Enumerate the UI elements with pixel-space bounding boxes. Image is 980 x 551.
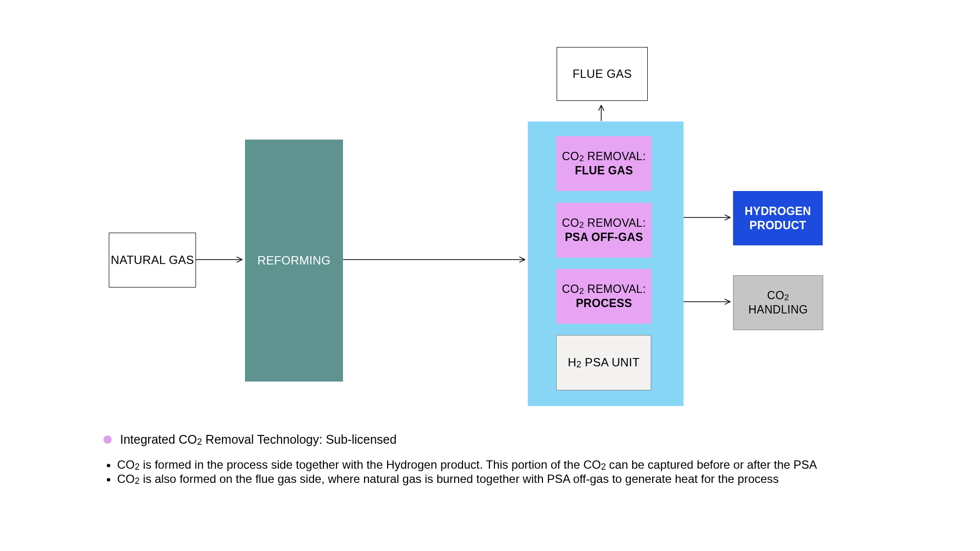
label-co2-removal-fluegas-l2: FLUE GAS xyxy=(575,164,633,178)
label-co2-removal-process-l2: PROCESS xyxy=(576,296,632,311)
label-co2-removal-fluegas-l1: CO2 REMOVAL: xyxy=(562,149,646,164)
notes: CO2 is formed in the process side togeth… xyxy=(103,458,912,486)
legend-dot-icon xyxy=(103,435,112,444)
label-hydrogen-l1: HYDROGEN xyxy=(745,204,811,218)
label-natural-gas: NATURAL GAS xyxy=(111,253,194,267)
label-flue-gas: FLUE GAS xyxy=(572,67,632,81)
box-reforming: REFORMING xyxy=(245,140,343,382)
label-co2-removal-psa-l2: PSA OFF-GAS xyxy=(565,230,643,244)
box-flue-gas: FLUE GAS xyxy=(557,47,648,101)
box-co2-removal-process: CO2 REMOVAL: PROCESS xyxy=(556,269,652,324)
label-h2-psa-unit: H2 PSA UNIT xyxy=(568,355,640,370)
box-co2-handling: CO2 HANDLING xyxy=(733,275,823,330)
label-reforming: REFORMING xyxy=(257,253,330,268)
label-co2-handling-l1: CO2 xyxy=(767,288,789,303)
box-hydrogen-product: HYDROGEN PRODUCT xyxy=(733,191,823,245)
note-2: CO2 is also formed on the flue gas side,… xyxy=(117,472,912,486)
label-hydrogen-l2: PRODUCT xyxy=(750,218,807,233)
box-co2-removal-fluegas: CO2 REMOVAL: FLUE GAS xyxy=(556,136,652,191)
note-1: CO2 is formed in the process side togeth… xyxy=(117,458,912,472)
label-co2-removal-process-l1: CO2 REMOVAL: xyxy=(562,282,646,296)
legend: Integrated CO2 Removal Technology: Sub-l… xyxy=(103,432,396,447)
legend-text: Integrated CO2 Removal Technology: Sub-l… xyxy=(120,432,396,446)
diagram-canvas: NATURAL GAS REFORMING FLUE GAS CO2 REMOV… xyxy=(0,0,980,551)
label-co2-removal-psa-l1: CO2 REMOVAL: xyxy=(562,216,646,230)
box-natural-gas: NATURAL GAS xyxy=(109,233,196,287)
box-co2-removal-psa: CO2 REMOVAL: PSA OFF-GAS xyxy=(556,203,652,258)
label-co2-handling-l2: HANDLING xyxy=(748,303,808,317)
box-h2-psa-unit: H2 PSA UNIT xyxy=(556,335,651,390)
